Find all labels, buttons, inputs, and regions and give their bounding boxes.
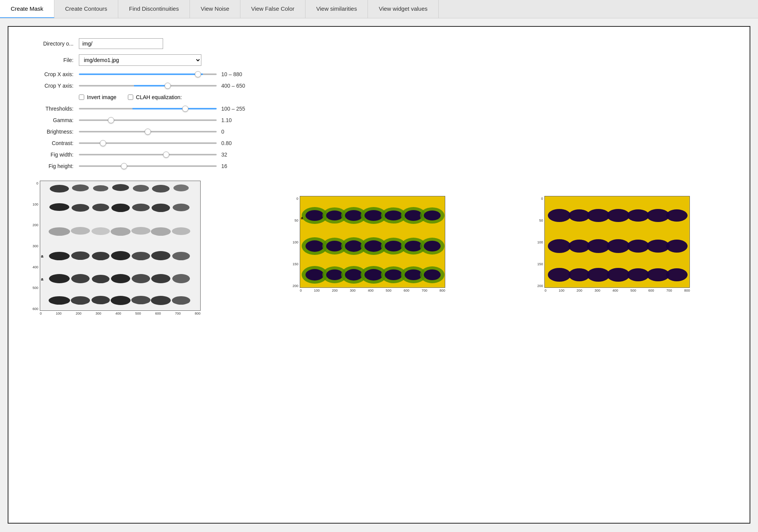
svg-point-7 <box>173 184 189 191</box>
svg-point-20 <box>151 227 171 236</box>
brightness-label: Brightness: <box>24 129 74 135</box>
fig-width-value: 32 <box>221 152 252 158</box>
svg-point-105 <box>568 268 590 281</box>
fc2-y-axis: 0 50 100 150 200 <box>534 196 543 288</box>
thresholds-row: Thresholds: 100 – 255 <box>24 106 734 112</box>
crop-x-row: Crop X axis: 10 – 880 <box>24 71 734 77</box>
svg-point-70 <box>385 241 402 251</box>
checkbox-row: Invert image CLAH equalization: <box>79 94 734 100</box>
blot-chart-wrapper: 0 100 200 300 400 500 600 <box>28 181 201 315</box>
svg-point-84 <box>385 269 402 280</box>
fig-height-slider[interactable] <box>79 165 217 167</box>
svg-point-38 <box>49 296 70 305</box>
svg-point-42 <box>131 296 150 304</box>
contrast-value: 0.80 <box>221 140 252 146</box>
crop-x-value: 10 – 880 <box>221 71 252 77</box>
svg-point-43 <box>151 296 171 305</box>
svg-point-14 <box>173 204 190 211</box>
svg-point-76 <box>305 269 324 281</box>
fig-height-value: 16 <box>221 163 252 169</box>
crop-x-slider[interactable] <box>79 73 217 75</box>
false-color-image-1: a <box>300 196 445 288</box>
svg-point-19 <box>131 227 150 235</box>
brightness-slider[interactable] <box>79 131 217 132</box>
fig-width-row: Fig width: 32 <box>24 152 734 158</box>
svg-point-26 <box>132 252 150 260</box>
svg-point-21 <box>172 227 190 235</box>
fc2-x-axis: 0 100 200 300 400 500 600 700 800 <box>544 289 690 292</box>
blot-x-axis: 0 100 200 300 400 500 600 700 800 <box>40 312 201 315</box>
crop-y-label: Crop Y axis: <box>24 83 74 89</box>
svg-point-23 <box>71 251 90 260</box>
svg-point-86 <box>405 269 422 280</box>
fig-width-slider[interactable] <box>79 154 217 155</box>
svg-point-1 <box>50 185 69 193</box>
tab-view-similarities[interactable]: View similarities <box>305 0 368 18</box>
svg-point-16 <box>71 227 90 235</box>
svg-point-90 <box>548 209 571 222</box>
svg-point-44 <box>172 296 190 305</box>
svg-point-108 <box>627 268 649 281</box>
tab-find-discontinuities[interactable]: Find Discontinuities <box>118 0 190 18</box>
contrast-slider[interactable] <box>79 142 217 144</box>
clah-checkbox-label[interactable]: CLAH equalization: <box>128 94 182 100</box>
file-select[interactable]: img/demo1.jpg img/demo2.jpg img/demo3.jp… <box>79 54 201 66</box>
svg-point-99 <box>587 239 610 253</box>
tab-create-mask[interactable]: Create Mask <box>0 0 54 18</box>
svg-point-6 <box>152 185 170 193</box>
contrast-row: Contrast: 0.80 <box>24 140 734 146</box>
file-row: File: img/demo1.jpg img/demo2.jpg img/de… <box>24 54 734 66</box>
svg-point-33 <box>111 274 130 283</box>
tab-view-noise[interactable]: View Noise <box>190 0 240 18</box>
svg-point-11 <box>111 204 130 212</box>
svg-point-78 <box>326 269 343 280</box>
svg-point-13 <box>152 204 170 212</box>
crop-x-label: Crop X axis: <box>24 71 74 77</box>
gamma-slider[interactable] <box>79 119 217 121</box>
crop-x-slider-container: 10 – 880 <box>79 71 252 77</box>
svg-point-32 <box>92 275 109 283</box>
svg-point-93 <box>607 209 630 222</box>
fig-width-slider-container: 32 <box>79 152 252 158</box>
svg-point-101 <box>627 240 649 253</box>
crop-y-slider[interactable] <box>79 85 217 86</box>
svg-point-97 <box>548 239 571 253</box>
invert-label: Invert image <box>87 94 116 100</box>
brightness-slider-container: 0 <box>79 129 252 135</box>
svg-point-66 <box>345 240 363 252</box>
svg-point-4 <box>112 184 129 191</box>
svg-point-51 <box>345 210 363 221</box>
tab-view-widget-values[interactable]: View widget values <box>368 0 438 18</box>
thresholds-value: 100 – 255 <box>221 106 252 112</box>
thresholds-slider[interactable] <box>79 108 217 109</box>
false-color-1-wrapper: 0 50 100 150 200 <box>289 196 445 292</box>
invert-checkbox[interactable] <box>79 95 84 100</box>
thresholds-label: Thresholds: <box>24 106 74 112</box>
tab-create-contours[interactable]: Create Contours <box>54 0 118 18</box>
fig-height-label: Fig height: <box>24 163 74 169</box>
svg-point-17 <box>91 227 110 235</box>
brightness-row: Brightness: 0 <box>24 129 734 135</box>
svg-point-28 <box>172 252 190 260</box>
clah-checkbox[interactable] <box>128 95 133 100</box>
svg-point-107 <box>607 268 630 282</box>
svg-point-47 <box>305 210 324 221</box>
svg-point-3 <box>93 185 108 191</box>
svg-point-103 <box>666 240 688 253</box>
svg-point-12 <box>132 204 150 211</box>
blot-image: a a <box>40 181 201 311</box>
images-row: 0 100 200 300 400 500 600 <box>24 181 734 315</box>
tab-view-false-color[interactable]: View False Color <box>240 0 305 18</box>
directory-label: Directory o... <box>24 41 74 47</box>
directory-input[interactable] <box>79 38 163 49</box>
svg-point-41 <box>111 296 131 305</box>
invert-checkbox-label[interactable]: Invert image <box>79 94 116 100</box>
svg-point-49 <box>326 211 343 220</box>
svg-point-82 <box>364 269 383 281</box>
fig-height-row: Fig height: 16 <box>24 163 734 169</box>
thresholds-slider-container: 100 – 255 <box>79 106 252 112</box>
svg-point-94 <box>627 209 649 222</box>
svg-point-80 <box>345 269 363 281</box>
crop-y-slider-container: 400 – 650 <box>79 83 252 89</box>
clah-label: CLAH equalization: <box>136 94 182 100</box>
